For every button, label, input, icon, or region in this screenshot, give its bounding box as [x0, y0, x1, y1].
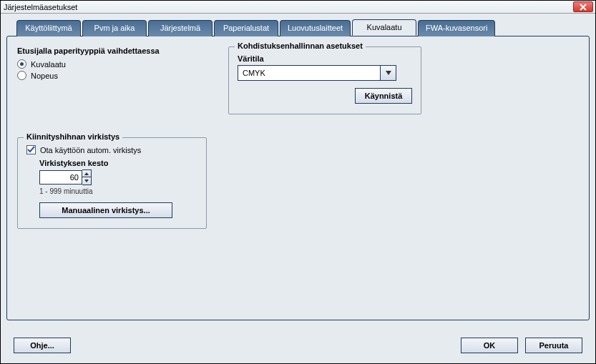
tab-image-quality[interactable]: Kuvalaatu [352, 19, 416, 36]
auto-refresh-checkbox[interactable] [26, 145, 36, 154]
manual-refresh-button[interactable]: Manuaalinen virkistys... [39, 202, 172, 218]
tab-output[interactable]: Luovutuslaitteet [280, 20, 351, 36]
radio-row-speed[interactable]: Nopeus [17, 71, 207, 80]
left-column: Etusijalla paperityyppiä vaihdettaessa K… [17, 46, 207, 229]
help-button[interactable]: Ohje... [14, 338, 71, 353]
color-mode-value: CMYK [238, 65, 381, 81]
refresh-title: Kiinnityshihnan virkistys [24, 132, 122, 141]
duration-hint: 1 - 999 minuuttia [39, 187, 197, 195]
tab-ui[interactable]: Käyttöliittymä [16, 20, 81, 36]
tab-panel: Etusijalla paperityyppiä vaihdettaessa K… [6, 36, 590, 320]
color-mode-dropdown-button[interactable] [381, 65, 396, 81]
check-icon [27, 146, 35, 154]
right-column: Kohdistuksenhallinnan asetukset Väritila… [228, 46, 421, 229]
tab-fwa-sensor[interactable]: FWA-kuvasensori [418, 20, 495, 36]
chevron-up-icon [84, 172, 89, 175]
spinner-down[interactable] [82, 177, 91, 185]
duration-input[interactable] [39, 170, 82, 185]
registration-title: Kohdistuksenhallinnan asetukset [235, 41, 366, 50]
registration-start-button[interactable]: Käynnistä [355, 88, 412, 104]
content-area: Käyttöliittymä Pvm ja aika Järjestelmä P… [1, 14, 595, 326]
tab-papertrays[interactable]: Paperialustat [214, 20, 278, 36]
window-title: Järjestelmäasetukset [4, 3, 77, 11]
refresh-group: Kiinnityshihnan virkistys Ota käyttöön a… [17, 137, 207, 229]
auto-refresh-row[interactable]: Ota käyttöön autom. virkistys [26, 145, 197, 154]
priority-title: Etusijalla paperityyppiä vaihdettaessa [17, 46, 207, 55]
ok-button[interactable]: OK [461, 338, 518, 353]
duration-label: Virkistyksen kesto [39, 159, 197, 167]
radio-row-quality[interactable]: Kuvalaatu [17, 59, 207, 69]
color-mode-select[interactable]: CMYK [238, 65, 412, 81]
footer-buttons: Ohje... OK Peruuta [6, 333, 590, 358]
close-button[interactable] [573, 1, 593, 12]
system-settings-window: Järjestelmäasetukset Käyttöliittymä Pvm … [0, 0, 596, 364]
chevron-down-icon [84, 179, 89, 182]
spinner-up[interactable] [82, 170, 91, 177]
radio-label-quality: Kuvalaatu [31, 60, 66, 69]
tabstrip: Käyttöliittymä Pvm ja aika Järjestelmä P… [16, 19, 590, 36]
registration-group: Kohdistuksenhallinnan asetukset Väritila… [228, 46, 421, 114]
close-icon [580, 4, 587, 11]
cancel-button[interactable]: Peruuta [525, 338, 582, 353]
tab-system[interactable]: Järjestelmä [148, 20, 212, 36]
radio-label-speed: Nopeus [31, 72, 58, 80]
radio-speed[interactable] [17, 71, 26, 80]
spinner-buttons [82, 169, 92, 185]
color-mode-label: Väritila [238, 54, 412, 63]
auto-refresh-label: Ota käyttöön autom. virkistys [40, 146, 141, 154]
tab-datetime[interactable]: Pvm ja aika [82, 20, 147, 36]
duration-spinner [39, 169, 197, 185]
titlebar: Järjestelmäasetukset [1, 1, 595, 14]
radio-image-quality[interactable] [17, 59, 26, 69]
chevron-down-icon [386, 71, 391, 75]
